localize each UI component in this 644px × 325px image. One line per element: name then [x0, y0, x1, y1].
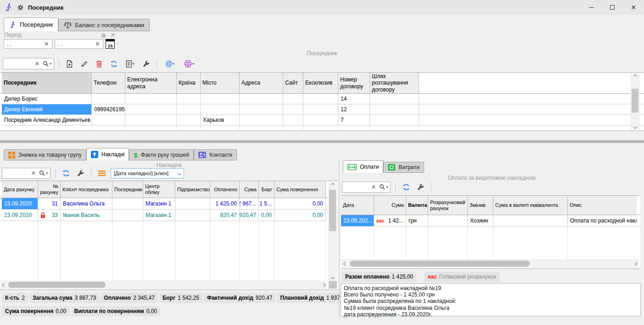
list-icon[interactable]	[96, 167, 107, 179]
cell-exclusive[interactable]	[303, 104, 338, 114]
refresh-button[interactable]	[60, 167, 72, 179]
cell-email[interactable]	[125, 94, 177, 104]
column-header-invoice-number[interactable]: № рахунку	[38, 181, 61, 198]
search-icon[interactable]: ▾	[43, 61, 51, 67]
table-row[interactable]: Посредник Александр Дементьев Харьков 7	[0, 115, 644, 125]
add-record-button[interactable]	[64, 58, 75, 69]
cell-changed-by[interactable]: Хозяин	[468, 215, 493, 226]
cell-address[interactable]	[240, 104, 283, 114]
scrollbar-thumb[interactable]	[350, 261, 530, 267]
column-header-paid[interactable]: Оплачено	[210, 181, 240, 198]
cell-sum[interactable]: 1 42...	[388, 217, 403, 224]
calendar-icon[interactable]: 23	[106, 39, 115, 49]
cell-sum[interactable]: 920,47	[240, 210, 259, 221]
search-icon[interactable]: ▾	[39, 170, 48, 176]
column-header-contract-number[interactable]: Номер договору	[338, 73, 370, 93]
cell-name[interactable]: Дилер Борис	[2, 94, 92, 104]
scroll-left-icon[interactable]	[2, 283, 6, 286]
horizontal-splitter[interactable]	[0, 140, 644, 143]
column-header-changed-by[interactable]: Змінив	[468, 196, 493, 215]
column-header-email[interactable]: Електронна адреса	[125, 73, 177, 93]
cell-paid[interactable]: 920,47	[210, 210, 240, 221]
cell-email[interactable]	[125, 104, 177, 114]
cell-site[interactable]	[283, 104, 303, 114]
period-date-to[interactable]: . . ✕	[55, 39, 103, 49]
column-header-sum-equivalent[interactable]: Сума в валюті еквівалента	[493, 196, 568, 215]
search-icon[interactable]: ▾	[379, 184, 388, 190]
cell-description[interactable]: Оплата по расходной накл...	[568, 215, 637, 226]
vertical-scrollbar[interactable]	[328, 182, 337, 280]
cell-intermediary[interactable]	[112, 198, 143, 209]
column-header-enterprise[interactable]: Підприємство	[175, 181, 210, 198]
column-header-refund[interactable]: Сума повернення	[274, 181, 326, 198]
cell-site[interactable]	[283, 115, 303, 125]
horizontal-scrollbar[interactable]	[0, 280, 327, 289]
scrollbar-thumb[interactable]	[8, 282, 106, 288]
cell-name[interactable]: Посредник Александр Дементьев	[2, 115, 92, 125]
cell-city[interactable]: Харьков	[201, 115, 240, 125]
cell-refund[interactable]: 0,00	[274, 198, 326, 209]
tools-button[interactable]	[415, 181, 426, 193]
table-row[interactable]: Дилер Борис 14	[0, 94, 644, 104]
scroll-right-icon[interactable]	[633, 262, 637, 265]
tab-payments[interactable]: 100 Оплати	[343, 160, 383, 173]
tab-balance[interactable]: Баланс з посередниками	[58, 19, 150, 31]
column-header-invoice-date[interactable]: Дата рахунку	[2, 181, 38, 198]
close-button[interactable]: ✕	[623, 0, 644, 15]
cell-contract-path[interactable]	[370, 115, 419, 125]
cell-currency[interactable]: грн	[406, 215, 428, 226]
cell-email[interactable]	[125, 115, 177, 125]
cell-address[interactable]	[240, 115, 283, 125]
cell-date[interactable]: 23.09.2020	[2, 210, 38, 221]
delete-record-button[interactable]	[93, 58, 105, 69]
cell-intermediary[interactable]	[112, 210, 143, 221]
clear-icon[interactable]: ✕	[95, 41, 100, 47]
email-button[interactable]: @▾	[162, 58, 178, 69]
clear-icon[interactable]: ✕	[44, 41, 49, 47]
search-input[interactable]: ✕ ▾	[2, 168, 50, 179]
cell-phone[interactable]	[92, 94, 125, 104]
column-header-intermediary[interactable]: Посередник	[112, 181, 143, 198]
scroll-left-icon[interactable]	[343, 262, 347, 265]
refresh-button[interactable]	[400, 181, 412, 193]
cell-debt[interactable]: 1 5...	[259, 198, 274, 209]
cell-client[interactable]: Іванов Василь	[61, 210, 112, 221]
column-header-account[interactable]: Розрахунковий рахунок	[428, 196, 468, 215]
sort-selector[interactable]: [Дата накладної] [ключ]	[111, 168, 184, 178]
cell-sum-equivalent[interactable]	[493, 215, 568, 226]
table-row-selected[interactable]: 23.09.2020 31 Василина Ольга Магазин 1 1…	[0, 198, 338, 210]
scroll-up-icon[interactable]	[330, 183, 334, 187]
cell-country[interactable]	[177, 104, 201, 114]
cell-center[interactable]: Магазин 1	[143, 210, 175, 221]
period-close-icon[interactable]: ✕	[110, 31, 116, 39]
scrollbar-thumb[interactable]	[329, 190, 336, 231]
cell-country[interactable]	[177, 115, 201, 125]
column-header-date[interactable]: Дата	[341, 196, 374, 215]
cell-name[interactable]: Дилер Евгений	[2, 104, 92, 114]
column-header-sum[interactable]: Сума	[240, 181, 259, 198]
cell-address[interactable]	[240, 94, 283, 104]
cell-contract[interactable]: 14	[338, 94, 370, 104]
cell-number[interactable]: 31	[38, 198, 61, 209]
clear-icon[interactable]: ✕	[35, 61, 40, 67]
tab-discount-group[interactable]: Знижка на товарну групу	[4, 149, 86, 160]
column-header-address[interactable]: Адреса	[240, 73, 283, 93]
scroll-right-icon[interactable]	[322, 283, 325, 286]
clear-icon[interactable]: ✕	[31, 170, 36, 176]
cell-city[interactable]	[201, 94, 240, 104]
maximize-button[interactable]	[602, 0, 623, 15]
column-header-description[interactable]: Опис	[568, 196, 637, 215]
cell-exclusive[interactable]	[303, 115, 338, 125]
cell-sum[interactable]: 2 967...	[240, 198, 259, 209]
scroll-down-icon[interactable]	[633, 125, 637, 129]
tab-invoices[interactable]: Накладні	[86, 148, 129, 160]
cell-phone[interactable]	[92, 115, 125, 125]
cell-contract-path[interactable]	[370, 104, 419, 114]
column-header-contract-path[interactable]: Шлях розташування договору	[370, 73, 419, 93]
column-header-country[interactable]: Країна	[177, 73, 201, 93]
horizontal-scrollbar[interactable]	[342, 259, 639, 268]
table-row-selected[interactable]: Дилер Евгений 0999426195 12	[0, 104, 644, 115]
cell-date[interactable]: 23.09.202...	[341, 215, 374, 226]
cell-paid[interactable]: 1 425,00	[210, 198, 240, 209]
tab-expenses[interactable]: Витрати	[383, 162, 424, 173]
